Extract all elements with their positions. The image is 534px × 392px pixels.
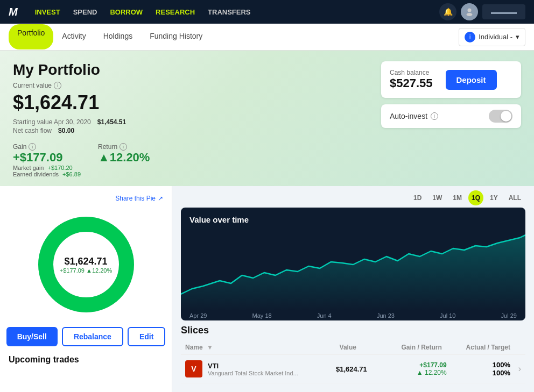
slice-actual-target: 100% 100% [447,361,510,377]
deposit-button[interactable]: Deposit [446,70,497,90]
time-btn-1y[interactable]: 1Y [486,190,502,205]
notification-bell[interactable]: 🔔 [439,3,456,20]
col-header-gain: Gain / Return [356,344,442,351]
col-header-value: Value [299,344,356,351]
autoinvest-toggle[interactable] [489,110,512,123]
nav-transfers[interactable]: TRANSFERS [208,8,250,16]
tab-portfolio[interactable]: Portfolio [9,24,53,49]
cash-balance-card: Cash balance $527.55 Deposit [381,61,521,98]
slice-value: $1,624.71 [314,365,367,373]
return-info-icon[interactable]: i [120,143,127,151]
net-cash-flow-row: Net cash flow $0.00 [13,127,150,134]
sub-nav-tabs: Portfolio Activity Holdings Funding Hist… [9,24,459,49]
gain-value: +$177.09 [13,151,81,165]
slices-section: Slices Name ▼ Value Gain / Return Actual… [172,325,534,392]
current-value-info-icon[interactable]: i [54,82,61,89]
nav-invest[interactable]: INVEST [35,8,60,16]
nav-borrow[interactable]: BORROW [110,8,143,16]
account-selector[interactable]: i Individual - ▾ [459,28,525,46]
sub-navigation: Portfolio Activity Holdings Funding Hist… [0,24,534,51]
portfolio-meta: Starting value Apr 30, 2020 $1,454.51 Ne… [13,118,150,134]
top-navigation: M INVEST SPEND BORROW RESEARCH TRANSFERS… [0,0,534,24]
slice-name-block: VTI Vanguard Total Stock Market Ind... [208,362,314,376]
chart-label-5: Jul 29 [501,312,517,319]
current-value-label: Current value i [13,82,150,89]
slice-gain: +$177.09 ▲ 12.20% [367,361,447,376]
chart-label-1: May 18 [252,312,272,319]
donut-center: $1,624.71 +$177.09 ▲12.20% [60,256,112,274]
chart-label-4: Jul 10 [440,312,455,319]
current-value: $1,624.71 [13,91,150,114]
share-pie-link[interactable]: Share this Pie ↗ [9,195,163,202]
time-btn-1d[interactable]: 1D [409,190,426,205]
right-panel: 1D 1W 1M 1Q 1Y ALL Value over time [172,186,534,392]
account-icon: i [465,32,475,42]
time-btn-1m[interactable]: 1M [448,190,466,205]
slices-table-header: Name ▼ Value Gain / Return Actual / Targ… [181,340,525,355]
upcoming-trades-title: Upcoming trades [9,355,163,365]
tab-activity[interactable]: Activity [53,24,94,49]
chevron-down-icon: ▾ [516,33,519,41]
edit-button[interactable]: Edit [128,327,165,346]
chart-svg [181,224,525,310]
slice-icon-vti: V [185,360,202,377]
chart-title: Value over time [181,208,525,224]
starting-value-row: Starting value Apr 30, 2020 $1,454.51 [13,118,150,126]
time-selector: 1D 1W 1M 1Q 1Y ALL [172,186,534,208]
chart-label-3: Jun 23 [377,312,395,319]
col-header-name: Name ▼ [185,344,299,351]
lower-content: Share this Pie ↗ $1,624.71 +$177.09 ▲12.… [0,186,534,392]
main-content: My Portfolio Current value i $1,624.71 S… [0,51,534,392]
time-btn-1w[interactable]: 1W [428,190,446,205]
nav-spend[interactable]: SPEND [73,8,97,16]
external-link-icon: ↗ [158,195,163,202]
chart-label-0: Apr 29 [189,312,207,319]
portfolio-right: Cash balance $527.55 Deposit Auto-invest… [381,61,521,128]
autoinvest-info-icon[interactable]: i [431,112,438,120]
nav-research[interactable]: RESEARCH [156,8,195,16]
rebalance-button[interactable]: Rebalance [62,327,123,346]
tab-funding-history[interactable]: Funding History [141,24,211,49]
slices-title: Slices [181,325,525,336]
gain-info-icon[interactable]: i [29,143,36,151]
chart-label-2: Jun 4 [317,312,332,319]
col-header-actual: Actual / Target [442,344,510,351]
donut-chart-container: $1,624.71 +$177.09 ▲12.20% [9,206,163,327]
app-logo: M [9,6,18,18]
gain-stat: Gain i +$177.09 Market gain +$170.20 Ear… [13,143,81,177]
toggle-thumb [501,111,511,122]
chart-labels: Apr 29 May 18 Jun 4 Jun 23 Jul 10 Jul 29 [181,312,525,320]
chart-container: Value over time Apr 29 May 18 [181,208,525,320]
portfolio-stats: Gain i +$177.09 Market gain +$170.20 Ear… [13,143,150,177]
left-panel: Share this Pie ↗ $1,624.71 +$177.09 ▲12.… [0,186,172,392]
avatar [461,3,478,20]
svg-point-1 [467,13,473,16]
tab-holdings[interactable]: Holdings [95,24,141,49]
pie-buttons: Buy/Sell Rebalance Edit [9,327,163,346]
buy-sell-button[interactable]: Buy/Sell [6,327,58,346]
return-value: ▲12.20% [98,151,150,165]
nav-right-actions: 🔔 ▬▬▬▬ [439,3,525,20]
account-selector-label: Individual - [479,33,512,41]
time-btn-1q[interactable]: 1Q [468,190,483,205]
time-btn-all[interactable]: ALL [504,190,525,205]
portfolio-header: My Portfolio Current value i $1,624.71 S… [0,51,534,186]
sort-icon[interactable]: ▼ [207,344,213,351]
slice-arrow-icon[interactable]: › [510,364,521,374]
portfolio-title: My Portfolio [13,61,150,79]
return-stat: Return i ▲12.20% [98,143,150,177]
autoinvest-card: Auto-invest i [381,104,521,128]
account-menu-button[interactable]: ▬▬▬▬ [482,4,525,19]
svg-point-0 [468,9,472,12]
portfolio-left: My Portfolio Current value i $1,624.71 S… [13,61,150,177]
table-row: V VTI Vanguard Total Stock Market Ind...… [181,355,525,383]
